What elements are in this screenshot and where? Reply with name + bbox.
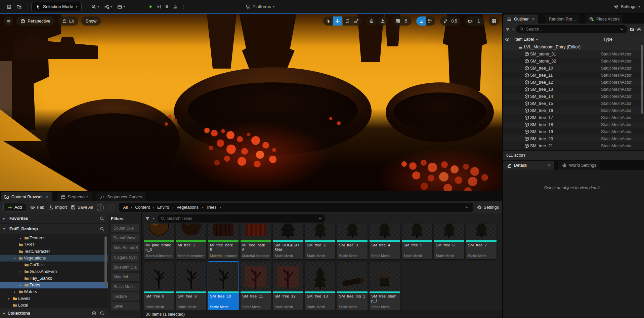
fab-button[interactable]: Fab bbox=[30, 205, 44, 210]
asset-tile-sm_tree_10[interactable]: SM_tree_10Static Mesh bbox=[208, 262, 239, 310]
platforms-dropdown[interactable]: Platforms ▾ bbox=[246, 4, 274, 9]
camera-speed-value[interactable]: 1 bbox=[475, 16, 484, 26]
scale-tool-button[interactable] bbox=[352, 16, 362, 26]
outliner-row[interactable]: SM_stone_31StaticMeshActor bbox=[503, 50, 644, 57]
forward-button[interactable] bbox=[108, 204, 115, 211]
eye-icon[interactable] bbox=[503, 37, 512, 42]
filter-pill[interactable]: MetaSound S bbox=[110, 244, 139, 252]
search-icon[interactable] bbox=[100, 227, 104, 231]
filter-pill[interactable]: Niagara Syst bbox=[110, 253, 139, 262]
lit-dropdown[interactable]: Lit bbox=[58, 16, 78, 26]
outliner-row[interactable]: SM_tree_15StaticMeshActor bbox=[503, 100, 644, 107]
tree-item-levels[interactable]: ▸Levels bbox=[0, 295, 108, 302]
outliner-search-box[interactable] bbox=[516, 25, 627, 33]
asset-tile-sm_tree_11[interactable]: SM_tree_11Static Mesh bbox=[241, 262, 271, 310]
show-dropdown[interactable]: Show bbox=[81, 16, 101, 26]
scale-snap-button[interactable] bbox=[440, 16, 449, 26]
breadcrumb-item[interactable]: Content bbox=[135, 205, 150, 210]
chevron-down-icon[interactable]: ▾ bbox=[153, 217, 155, 220]
asset-tile-sm_tree_2[interactable]: SM_tree_2Static Mesh bbox=[305, 224, 335, 259]
save-all-button[interactable]: Save All bbox=[71, 205, 93, 210]
settings-dropdown[interactable]: Settings ▾ bbox=[614, 4, 640, 9]
asset-tile-sm_tree_13[interactable]: SM_tree_13Static Mesh bbox=[305, 262, 335, 310]
tree-scrollbar[interactable] bbox=[104, 236, 107, 287]
asset-tile-sm_tree_8[interactable]: SM_tree_8Static Mesh bbox=[144, 262, 174, 310]
asset-grid[interactable]: MI_pine_branch_3Material InstanceMI_tree… bbox=[142, 224, 502, 310]
outliner-search-input[interactable] bbox=[526, 27, 617, 32]
add-button[interactable]: Add bbox=[3, 203, 26, 212]
tree-item-hay_sianko[interactable]: Hay_Sianko bbox=[0, 275, 108, 282]
filter-pill[interactable]: Static Mesh bbox=[110, 283, 139, 291]
outliner-row[interactable]: SM_tree_13StaticMeshActor bbox=[503, 86, 644, 93]
outliner-row[interactable]: SM_tree_16StaticMeshActor bbox=[503, 107, 644, 114]
tab-outliner[interactable]: Outliner × bbox=[503, 14, 538, 24]
angle-snap-button[interactable] bbox=[416, 16, 426, 26]
outliner-row[interactable]: SM_tree_11StaticMeshActor bbox=[503, 72, 644, 79]
outliner-row[interactable]: SM_tree_17StaticMeshActor bbox=[503, 114, 644, 121]
breadcrumb-dropdown-icon[interactable] bbox=[464, 205, 469, 210]
column-type[interactable]: Type bbox=[601, 37, 644, 42]
root-folder-section[interactable]: ▾ EotE_Desktop bbox=[0, 224, 108, 234]
tab-world-settings[interactable]: World Settings bbox=[558, 161, 600, 170]
tree-item-test[interactable]: TEST bbox=[0, 241, 108, 248]
asset-tile-sm_tree_4[interactable]: SM_tree_4Static Mesh bbox=[370, 224, 400, 259]
tree-item-cattails[interactable]: CatTails bbox=[0, 262, 108, 268]
tab-details[interactable]: Details × bbox=[503, 161, 554, 170]
asset-tile-mi_tree_1[interactable]: MI_tree_1Material Instance bbox=[176, 224, 206, 259]
tree-item-waters[interactable]: ▸Waters bbox=[0, 288, 108, 295]
save-button[interactable] bbox=[4, 2, 14, 11]
asset-tile-sm_tree_3[interactable]: SM_tree_3Static Mesh bbox=[337, 224, 368, 259]
asset-tile-sm_hugesosna[interactable]: SM_HUGESOSNAStatic Mesh bbox=[273, 224, 303, 259]
scale-snap-value[interactable]: 0.5 bbox=[450, 16, 460, 26]
filter-pill[interactable]: Material bbox=[110, 273, 139, 281]
outliner-row[interactable]: SM_tree_21StaticMeshActor bbox=[503, 142, 644, 149]
breadcrumb-item[interactable]: Enviro bbox=[157, 205, 169, 210]
tree-item-textures[interactable]: ▸Textures bbox=[0, 235, 108, 241]
tree-item-vegetations[interactable]: ▾Vegetations bbox=[0, 255, 108, 262]
play-button[interactable] bbox=[148, 4, 153, 9]
outliner-row[interactable]: SM_tree_10StaticMeshActor bbox=[503, 65, 644, 72]
perspective-dropdown[interactable]: Perspective bbox=[16, 16, 55, 26]
asset-tile-mi_pine_branch_3[interactable]: MI_pine_branch_3Material Instance bbox=[144, 224, 174, 259]
viewport-menu-button[interactable] bbox=[4, 16, 13, 26]
filter-icon[interactable] bbox=[505, 27, 510, 32]
gear-icon[interactable] bbox=[637, 27, 641, 32]
asset-tile-sm_tree_12[interactable]: SM_tree_12Static Mesh bbox=[273, 262, 303, 310]
tab-content-browser[interactable]: Content Browser × bbox=[1, 192, 52, 201]
collections-section[interactable]: ▸ Collections bbox=[0, 308, 108, 318]
column-item-label[interactable]: Item Label▲ bbox=[512, 37, 601, 42]
chevron-down-icon[interactable] bbox=[619, 27, 624, 32]
play-options-button[interactable] bbox=[181, 4, 185, 9]
content-settings-dropdown[interactable]: Settings bbox=[477, 205, 499, 210]
import-button[interactable]: Import bbox=[48, 205, 67, 210]
close-icon[interactable]: × bbox=[532, 16, 535, 22]
filter-pill[interactable]: Texture bbox=[110, 292, 139, 301]
asset-tile-sm_tree_9[interactable]: SM_tree_9Static Mesh bbox=[176, 262, 206, 310]
filter-pill[interactable]: Level bbox=[110, 302, 139, 310]
filter-pill[interactable]: Sound Wave bbox=[110, 234, 139, 242]
outliner-scrollbar[interactable] bbox=[641, 45, 643, 114]
launch-button[interactable] bbox=[173, 4, 177, 9]
breadcrumb-item[interactable]: All bbox=[123, 205, 128, 210]
frame-skip-button[interactable] bbox=[157, 4, 161, 9]
tree-item-grassandfern[interactable]: ▸GrassAndFern bbox=[0, 268, 108, 275]
select-tool-button[interactable] bbox=[323, 16, 333, 26]
cinematics-dropdown[interactable]: ▾ bbox=[115, 3, 127, 10]
filter-pill[interactable]: Blueprint Cla bbox=[110, 263, 139, 271]
add-collection-icon[interactable] bbox=[92, 311, 96, 316]
grid-snap-value[interactable]: 5 bbox=[402, 16, 412, 26]
favorites-section[interactable]: ▸ Favorites bbox=[0, 213, 108, 224]
tree-item-trees[interactable]: ▸Trees bbox=[0, 282, 108, 288]
tab-sequencer[interactable]: Sequencer bbox=[57, 192, 92, 201]
tab-sequencer-curves[interactable]: Sequencer Curves bbox=[96, 192, 146, 201]
close-icon[interactable]: × bbox=[46, 194, 49, 199]
maximize-viewport-button[interactable] bbox=[489, 16, 499, 26]
filter-pill[interactable]: Sound Cue bbox=[110, 224, 139, 232]
outliner-row[interactable]: SM_tree_14StaticMeshActor bbox=[503, 93, 644, 100]
back-button[interactable] bbox=[97, 204, 104, 211]
outliner-row[interactable]: SM_tree_19StaticMeshActor bbox=[503, 128, 644, 135]
chevron-down-icon[interactable] bbox=[318, 216, 323, 221]
outliner-row[interactable]: SM_tree_18StaticMeshActor bbox=[503, 121, 644, 128]
level-viewport[interactable]: Perspective Lit Show bbox=[0, 13, 502, 191]
asset-search-input[interactable] bbox=[167, 216, 316, 221]
